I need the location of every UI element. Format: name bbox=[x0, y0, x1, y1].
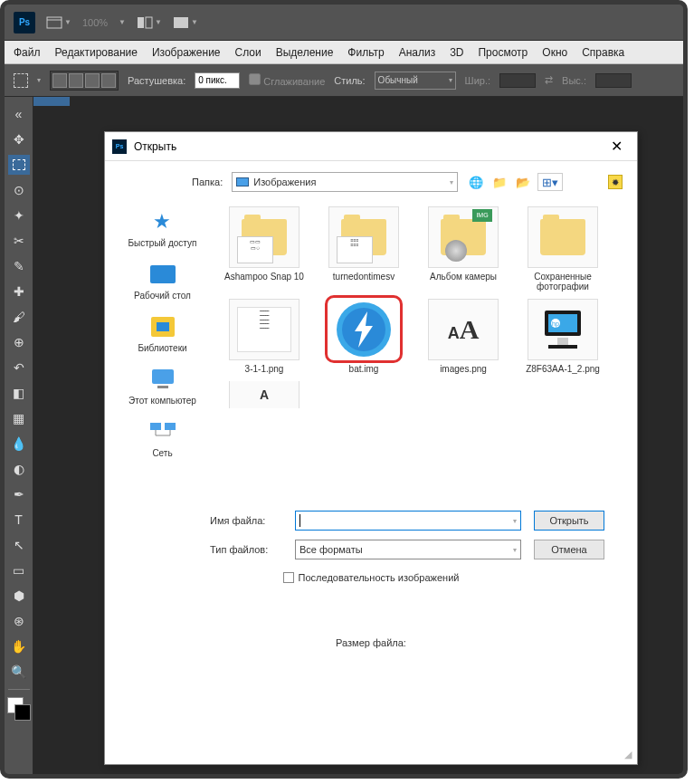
menu-layers[interactable]: Слои bbox=[235, 46, 261, 59]
new-folder-button[interactable]: 📂 bbox=[514, 173, 532, 191]
width-label: Шир.: bbox=[465, 75, 490, 86]
screen-mode-dropdown[interactable]: ▼ bbox=[137, 16, 162, 29]
pen-tool[interactable]: ✒ bbox=[8, 484, 30, 504]
file-item[interactable]: ≡≡≡≡≡≡ turnedontimesv bbox=[318, 206, 410, 292]
open-button[interactable]: Открыть bbox=[534, 511, 604, 531]
collapse-icon[interactable]: « bbox=[8, 104, 30, 124]
dialog-title: Открыть bbox=[134, 140, 176, 153]
dodge-tool[interactable]: ◐ bbox=[8, 459, 30, 479]
3d-tool[interactable]: ⬢ bbox=[8, 586, 30, 606]
place-network[interactable]: Сеть bbox=[147, 418, 179, 458]
drive-icon bbox=[236, 177, 249, 186]
svg-rect-4 bbox=[174, 17, 188, 28]
app-toolbar: Ps ▼ 100%▼ ▼ ▼ bbox=[5, 5, 683, 41]
ps-icon: Ps bbox=[112, 139, 127, 154]
zoom-tool[interactable]: 🔍 bbox=[8, 662, 30, 682]
close-button[interactable]: ✕ bbox=[604, 138, 630, 155]
resize-grip[interactable]: ◢ bbox=[624, 749, 632, 760]
type-tool[interactable]: T bbox=[8, 510, 30, 530]
menu-window[interactable]: Окно bbox=[542, 46, 567, 59]
menu-help[interactable]: Справка bbox=[582, 46, 624, 59]
3d-camera-tool[interactable]: ⊛ bbox=[8, 611, 30, 631]
view-button[interactable]: ⊞▾ bbox=[537, 173, 563, 191]
favorites-button[interactable]: ✹ bbox=[608, 175, 623, 189]
menu-3d[interactable]: 3D bbox=[450, 46, 463, 59]
cancel-button[interactable]: Отмена bbox=[534, 540, 604, 559]
options-bar: ▾ Растушевка: Сглаживание Стиль: Обычный… bbox=[5, 64, 683, 97]
menubar: Файл Редактирование Изображение Слои Выд… bbox=[5, 41, 683, 64]
star-icon: ★ bbox=[146, 208, 178, 235]
back-button[interactable]: 🌐 bbox=[467, 173, 485, 191]
menu-view[interactable]: Просмотр bbox=[478, 46, 528, 59]
eyedropper-tool[interactable]: ✎ bbox=[8, 256, 30, 276]
dialog-titlebar: Ps Открыть ✕ bbox=[105, 132, 637, 161]
file-item[interactable]: Сохраненные фотографии bbox=[517, 206, 609, 292]
history-brush-tool[interactable]: ↶ bbox=[8, 358, 30, 378]
move-tool[interactable]: ✥ bbox=[8, 129, 30, 149]
magic-wand-tool[interactable]: ✦ bbox=[8, 206, 30, 225]
filetype-select[interactable]: Все форматы▾ bbox=[295, 540, 521, 559]
file-item[interactable]: ▭▭▭○ Ashampoo Snap 10 bbox=[218, 206, 310, 292]
folder-label: Папка: bbox=[192, 177, 223, 187]
filename-label: Имя файла: bbox=[210, 515, 282, 526]
file-item[interactable]: A bbox=[218, 381, 310, 408]
hand-tool[interactable]: ✋ bbox=[8, 636, 30, 656]
selection-mode-group[interactable] bbox=[50, 71, 119, 91]
doc-arrange-dropdown[interactable]: ▼ bbox=[46, 16, 71, 29]
antialias-checkbox bbox=[249, 73, 261, 85]
feather-input[interactable] bbox=[195, 72, 240, 89]
menu-filter[interactable]: Фильтр bbox=[347, 46, 384, 59]
place-desktop[interactable]: Рабочий стол bbox=[134, 261, 191, 301]
menu-image[interactable]: Изображение bbox=[152, 46, 221, 59]
doc-tab[interactable] bbox=[33, 97, 70, 106]
sequence-label: Последовательность изображений bbox=[299, 572, 460, 583]
menu-analysis[interactable]: Анализ bbox=[399, 46, 436, 59]
path-select-tool[interactable]: ↖ bbox=[8, 535, 30, 555]
width-field bbox=[499, 73, 536, 88]
height-field bbox=[595, 73, 632, 88]
view-extras-dropdown[interactable]: ▼ bbox=[173, 16, 198, 29]
svg-text:hp: hp bbox=[552, 320, 559, 328]
svg-rect-3 bbox=[146, 17, 152, 28]
computer-icon bbox=[147, 366, 179, 393]
menu-edit[interactable]: Редактирование bbox=[55, 46, 138, 59]
place-computer[interactable]: Этот компьютер bbox=[128, 366, 196, 406]
svg-rect-6 bbox=[157, 386, 168, 388]
style-select[interactable]: Обычный▾ bbox=[375, 72, 456, 90]
daemon-tools-icon bbox=[335, 301, 393, 359]
marquee-tool-icon[interactable] bbox=[14, 73, 28, 88]
eraser-tool[interactable]: ◧ bbox=[8, 383, 30, 403]
up-button[interactable]: 📁 bbox=[490, 173, 509, 191]
color-swatches[interactable] bbox=[7, 697, 31, 721]
folder-dropdown[interactable]: Изображения ▾ bbox=[232, 172, 458, 192]
filename-input[interactable]: ▾ bbox=[295, 511, 521, 531]
file-item-selected[interactable]: bat.img bbox=[318, 299, 410, 374]
lasso-tool[interactable]: ⊙ bbox=[8, 180, 30, 200]
menu-select[interactable]: Выделение bbox=[276, 46, 334, 59]
menu-file[interactable]: Файл bbox=[14, 46, 41, 59]
crop-tool[interactable]: ✂ bbox=[8, 231, 30, 251]
places-sidebar: ★ Быстрый доступ Рабочий стол Библиотеки… bbox=[119, 203, 205, 492]
stamp-tool[interactable]: ⊕ bbox=[8, 332, 30, 352]
libraries-icon bbox=[147, 313, 179, 340]
healing-brush-tool[interactable]: ✚ bbox=[8, 282, 30, 301]
svg-rect-19 bbox=[548, 345, 577, 349]
sequence-checkbox[interactable] bbox=[283, 572, 294, 583]
desktop-icon bbox=[147, 261, 179, 288]
feather-label: Растушевка: bbox=[128, 75, 185, 86]
place-quick-access[interactable]: ★ Быстрый доступ bbox=[128, 208, 197, 248]
file-item[interactable]: AA images.png bbox=[417, 299, 509, 374]
ps-logo-icon: Ps bbox=[14, 12, 35, 33]
brush-tool[interactable]: 🖌 bbox=[8, 307, 30, 327]
file-item[interactable]: IMG Альбом камеры bbox=[417, 206, 509, 292]
network-icon bbox=[147, 418, 179, 445]
marquee-tool[interactable] bbox=[8, 155, 30, 175]
file-item[interactable]: ━━━━━━━━━━━━━━━━━━━━━━━━━ 3-1-1.png bbox=[218, 299, 310, 374]
shape-tool[interactable]: ▭ bbox=[8, 560, 30, 580]
zoom-level[interactable]: 100% bbox=[82, 17, 108, 28]
svg-rect-7 bbox=[150, 423, 161, 430]
gradient-tool[interactable]: ▦ bbox=[8, 408, 30, 428]
blur-tool[interactable]: 💧 bbox=[8, 434, 30, 454]
file-item[interactable]: hp Z8F63AA-1_2.png bbox=[517, 299, 609, 374]
place-libraries[interactable]: Библиотеки bbox=[138, 313, 186, 353]
